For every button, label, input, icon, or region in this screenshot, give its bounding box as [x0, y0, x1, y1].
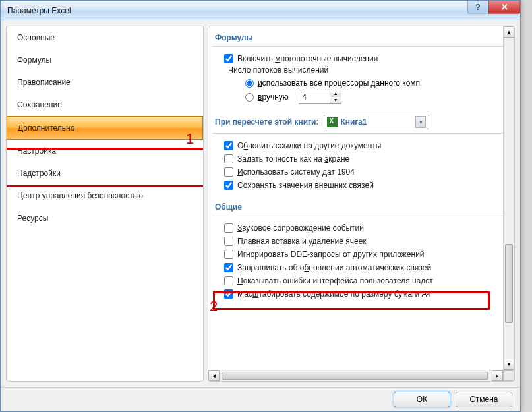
checkbox-ignore-dde[interactable] — [224, 250, 233, 259]
workbook-combo[interactable]: Книга1 ▼ — [324, 115, 429, 129]
close-button[interactable]: ✕ — [488, 1, 520, 14]
label-multithread: Включить многопоточные вычисления — [237, 54, 378, 63]
excel-options-window: Параметры Excel ? ✕ Основные Формулы Пра… — [0, 0, 521, 412]
section-formulas: Формулы — [212, 29, 514, 47]
label-thread-count: Число потоков вычислений — [212, 65, 514, 74]
scroll-left-icon[interactable]: ◄ — [208, 370, 220, 381]
annotation-number-2-overlay: 2 — [210, 298, 218, 315]
workbook-name: Книга1 — [340, 117, 367, 127]
checkbox-scale-a4[interactable] — [224, 289, 233, 299]
vertical-scrollbar[interactable]: ▲ ▼ — [503, 26, 514, 370]
titlebar[interactable]: Параметры Excel ? ✕ — [1, 1, 520, 20]
label-ui-errors: Показывать ошибки интерфейса пользовател… — [237, 276, 433, 285]
help-button[interactable]: ? — [467, 1, 488, 14]
checkbox-external-links[interactable] — [224, 181, 233, 190]
horizontal-scrollbar[interactable]: ◄ ► — [208, 370, 514, 381]
scroll-up-icon[interactable]: ▲ — [504, 26, 514, 38]
checkbox-update-links[interactable] — [224, 141, 233, 150]
scroll-thumb[interactable] — [505, 244, 513, 323]
category-sidebar: Основные Формулы Правописание Сохранение… — [6, 26, 204, 382]
sidebar-item-proofing[interactable]: Правописание — [7, 71, 203, 94]
sidebar-item-advanced[interactable]: Дополнительно — [7, 116, 203, 140]
chevron-down-icon[interactable]: ▼ — [415, 116, 426, 128]
label-ask-update: Запрашивать об обновлении автоматических… — [237, 263, 431, 272]
spin-up-icon[interactable]: ▲ — [330, 90, 341, 97]
label-precision: Задать точность как на экране — [237, 154, 349, 163]
section-general: Общие — [212, 198, 514, 216]
sidebar-item-formulas[interactable]: Формулы — [7, 49, 203, 71]
sidebar-item-general[interactable]: Основные — [7, 26, 203, 49]
annotation-number-1: 1 — [186, 131, 194, 148]
section-recalc: При пересчете этой книги: Книга1 ▼ — [212, 111, 514, 134]
sidebar-item-resources[interactable]: Ресурсы — [7, 207, 203, 229]
scroll-corner — [503, 370, 514, 381]
checkbox-sound[interactable] — [224, 223, 233, 233]
label-manual: вручную — [258, 92, 289, 102]
cancel-button[interactable]: Отмена — [456, 392, 512, 407]
checkbox-smooth-insert[interactable] — [224, 237, 233, 246]
checkbox-ui-errors[interactable] — [224, 276, 233, 285]
label-update-links: Обновить ссылки на другие документы — [237, 141, 381, 150]
spin-down-icon[interactable]: ▼ — [330, 97, 341, 103]
label-1904: Использовать систему дат 1904 — [237, 167, 355, 177]
scroll-down-icon[interactable]: ▼ — [504, 359, 514, 370]
excel-icon — [327, 117, 338, 127]
radio-manual-threads[interactable] — [245, 93, 254, 102]
checkbox-precision[interactable] — [224, 154, 233, 163]
options-panel: Формулы Включить многопоточные вычислени… — [208, 26, 515, 382]
hscroll-thumb[interactable] — [222, 372, 488, 380]
thread-count-input[interactable] — [299, 90, 330, 103]
label-ignore-dde: Игнорировать DDE-запросы от других прило… — [237, 250, 425, 259]
checkbox-1904[interactable] — [224, 167, 233, 177]
label-smooth-insert: Плавная вставка и удаление ячеек — [237, 237, 367, 246]
sidebar-item-addins[interactable]: Надстройки — [7, 162, 203, 185]
sidebar-item-trust-center[interactable]: Центр управления безопасностью — [7, 185, 203, 207]
window-title: Параметры Excel — [7, 6, 71, 15]
thread-count-spinner[interactable]: ▲▼ — [299, 90, 341, 104]
sidebar-item-save[interactable]: Сохранение — [7, 94, 203, 116]
scroll-right-icon[interactable]: ► — [492, 370, 503, 381]
radio-use-all-processors[interactable] — [245, 79, 254, 88]
checkbox-multithread[interactable] — [224, 54, 233, 63]
ok-button[interactable]: ОК — [394, 392, 450, 407]
dialog-footer: ОК Отмена — [1, 387, 520, 411]
label-use-all-processors: использовать все процессоры данного комп — [258, 78, 420, 88]
label-sound: Звуковое сопровождение событий — [237, 223, 364, 233]
label-external-links: Сохранять значения внешних связей — [237, 181, 374, 190]
checkbox-ask-update[interactable] — [224, 263, 233, 272]
label-scale-a4: Масштабировать содержимое по размеру бум… — [237, 289, 431, 299]
sidebar-item-customize[interactable]: Настройка — [7, 140, 203, 162]
